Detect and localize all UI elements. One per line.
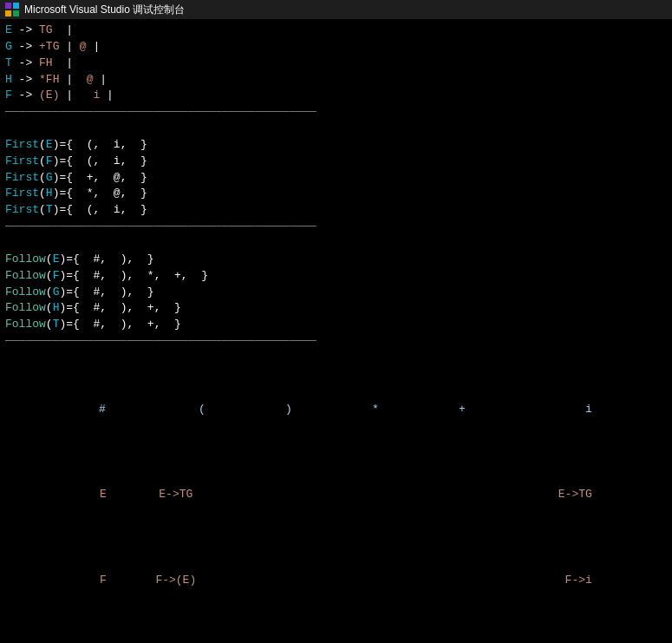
grammar-rule-F: F -> (E) | i | — [5, 88, 667, 104]
divider-2: ————————————————————————————————————————… — [5, 219, 667, 235]
first-H: First(H)={ *, @, } — [5, 186, 667, 202]
svg-rect-0 — [5, 3, 11, 9]
table-row-E: EE->TGE->TG — [5, 471, 667, 521]
first-G: First(G)={ +, @, } — [5, 170, 667, 187]
blank-1 — [5, 121, 667, 137]
follow-T: Follow(T)={ #, ), +, } — [5, 317, 667, 333]
grammar-rule-G: G -> +TG | @ | — [5, 39, 667, 56]
grammar-rule-E: E -> TG | — [5, 23, 667, 39]
first-E: First(E)={ (, i, } — [5, 137, 667, 154]
table-row-F: FF->(E)F->i — [5, 556, 667, 606]
divider-1: ————————————————————————————————————————… — [5, 104, 667, 121]
window-title: Microsoft Visual Studio 调试控制台 — [24, 3, 185, 17]
follow-F: Follow(F)={ #, ), *, +, } — [5, 268, 667, 285]
follow-H: Follow(H)={ #, ), +, } — [5, 300, 667, 317]
first-T: First(T)={ (, i, } — [5, 202, 667, 219]
grammar-rule-T: T -> FH | — [5, 56, 667, 72]
parse-table: #()*+i EE->TGE->TG FF->(E)F->i GG->@G->@… — [5, 350, 667, 643]
divider-3: ————————————————————————————————————————… — [5, 333, 667, 350]
console-content: E -> TG | G -> +TG | @ | T -> FH | H -> … — [0, 19, 672, 643]
table-header: #()*+i — [5, 385, 667, 435]
follow-E: Follow(E)={ #, ), } — [5, 252, 667, 268]
blank-2 — [5, 235, 667, 252]
follow-G: Follow(G)={ #, ), } — [5, 285, 667, 301]
title-bar: Microsoft Visual Studio 调试控制台 — [0, 0, 672, 19]
first-F: First(F)={ (, i, } — [5, 154, 667, 170]
svg-rect-1 — [13, 3, 19, 9]
svg-rect-2 — [5, 10, 11, 16]
svg-rect-3 — [13, 10, 19, 16]
app-icon — [5, 3, 19, 16]
grammar-rule-H: H -> *FH | @ | — [5, 72, 667, 89]
